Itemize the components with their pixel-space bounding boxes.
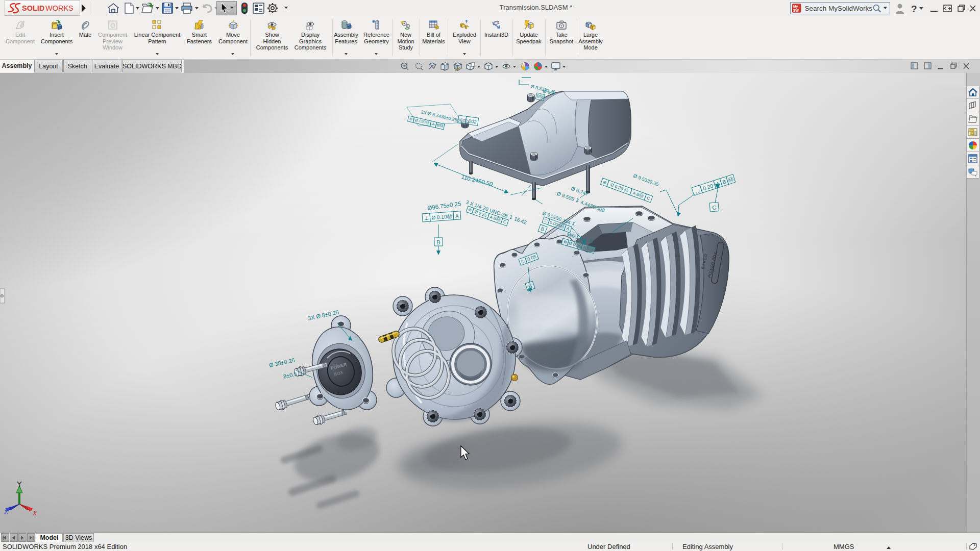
svg-text:⊥: ⊥ bbox=[424, 215, 428, 221]
svg-text:B: B bbox=[436, 239, 440, 245]
svg-text:SOLID: SOLID bbox=[22, 4, 44, 12]
svg-text:Z: Z bbox=[4, 508, 8, 516]
svg-text:?: ? bbox=[911, 4, 917, 14]
svg-text:A: A bbox=[455, 213, 459, 218]
svg-text:SW: SW bbox=[793, 9, 799, 12]
svg-text:X: X bbox=[32, 509, 37, 517]
svg-text:WORKS: WORKS bbox=[45, 4, 74, 12]
svg-text:C: C bbox=[712, 204, 717, 211]
